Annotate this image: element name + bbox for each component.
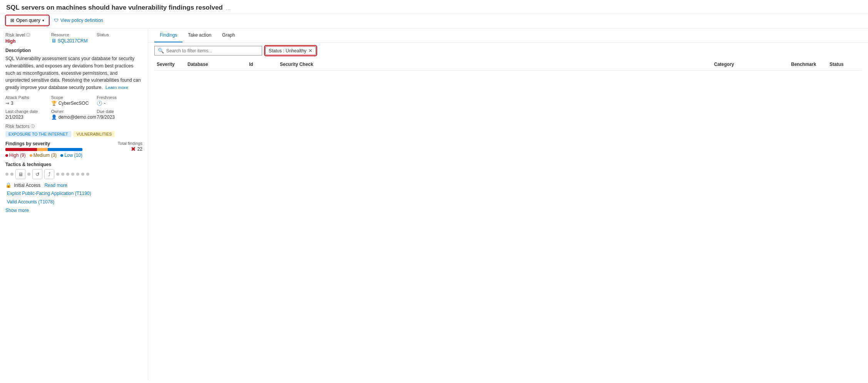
status-filter-badge: Status : Unhealthy ✕ — [265, 46, 316, 55]
tactics-section: Tactics & techniques 🖥 ↺ ⤴ — [5, 162, 142, 179]
open-query-label: Open query — [16, 18, 40, 23]
freshness-label: Freshness — [97, 95, 142, 100]
col-id: Id — [247, 59, 278, 71]
path-icon: ⇝ — [5, 101, 9, 106]
tactic-dot-5 — [61, 173, 64, 176]
description-section: Description SQL Vulnerability assessment… — [5, 48, 142, 91]
scope-label: Scope — [51, 95, 97, 100]
tabs-bar: Findings Take action Graph — [148, 29, 868, 43]
valid-accounts-link[interactable]: Valid Accounts (T1078) — [7, 198, 142, 207]
open-query-icon: ⊞ — [10, 18, 14, 23]
user-icon: 👤 — [51, 114, 57, 120]
findings-toolbar: 🔍 Status : Unhealthy ✕ — [148, 43, 868, 59]
due-date-block: Due date 7/9/2023 — [97, 109, 142, 120]
shield-icon: 🛡 — [54, 18, 59, 23]
severity-legend: High (9) Medium (3) Low (10) — [5, 153, 82, 158]
tactic-dot-10 — [86, 173, 89, 176]
search-input[interactable] — [166, 48, 259, 54]
ia-links: Exploit Public-Facing Application (T1190… — [5, 190, 142, 206]
legend-high: High (9) — [5, 153, 26, 158]
resource-link[interactable]: SQL2017CRM — [58, 38, 88, 44]
freshness-block: Freshness 🕐 - — [97, 95, 142, 106]
computer-icon: 🖥 — [51, 38, 56, 44]
tactic-icon-2: ↺ — [32, 169, 42, 179]
last-change-block: Last change date 2/1/2023 — [5, 109, 51, 120]
tab-findings[interactable]: Findings — [154, 29, 182, 42]
exploit-link[interactable]: Exploit Public-Facing Application (T1190… — [7, 190, 142, 198]
tactic-dot-1 — [5, 173, 8, 176]
description-text: SQL Vulnerability assessment scans your … — [5, 55, 142, 91]
attack-paths-value: ⇝ 3 — [5, 101, 51, 106]
resource-block: Resource 🖥 SQL2017CRM — [51, 32, 97, 44]
tactic-icon-1: 🖥 — [15, 169, 25, 179]
right-panel: Findings Take action Graph 🔍 Status : Un… — [148, 29, 868, 380]
risk-tag-internet: EXPOSURE TO THE INTERNET — [5, 131, 71, 137]
initial-access-section: 🔒 Initial Access Read more Exploit Publi… — [5, 182, 142, 213]
tab-take-action[interactable]: Take action — [182, 29, 217, 42]
page-title: SQL servers on machines should have vuln… — [6, 4, 223, 12]
x-icon: ✖ — [131, 146, 136, 153]
scope-value: 🏆 CyberSecSOC — [51, 101, 97, 106]
title-ellipsis: ... — [226, 5, 231, 11]
read-more-link[interactable]: Read more — [44, 183, 67, 188]
col-security-check: Security Check — [278, 59, 712, 71]
tactic-dot-7 — [71, 173, 74, 176]
col-database: Database — [185, 59, 247, 71]
bar-high — [5, 148, 37, 151]
last-change-value: 2/1/2023 — [5, 114, 51, 120]
resource-label: Resource — [51, 32, 97, 37]
total-findings-value: ✖ 22 — [118, 146, 142, 153]
tactic-dot-4 — [56, 173, 59, 176]
status-filter-text: Status : Unhealthy — [269, 48, 306, 54]
severity-bar — [5, 148, 82, 151]
clock-icon: 🕐 — [97, 101, 102, 106]
main-layout: Risk level ⓘ High Resource 🖥 SQL2017CRM … — [0, 29, 868, 380]
open-query-button[interactable]: ⊞ Open query ▾ — [6, 16, 49, 25]
show-more-link[interactable]: Show more — [5, 208, 29, 213]
description-title: Description — [5, 48, 142, 53]
due-date-value: 7/9/2023 — [97, 114, 142, 120]
risk-level-block: Risk level ⓘ High — [5, 32, 51, 44]
total-findings-block: Total findings ✖ 22 — [118, 141, 142, 153]
table-container: Severity Database Id Security Check Cate… — [148, 59, 868, 380]
low-dot — [60, 154, 63, 157]
high-dot — [5, 154, 8, 157]
status-label: Status — [97, 32, 142, 37]
risk-level-label: Risk level ⓘ — [5, 32, 51, 38]
legend-low: Low (10) — [60, 153, 82, 158]
tactic-dot-8 — [76, 173, 79, 176]
due-date-label: Due date — [97, 109, 142, 114]
tactic-dot-2 — [10, 173, 13, 176]
freshness-value: 🕐 - — [97, 101, 142, 106]
page-title-bar: SQL servers on machines should have vuln… — [0, 0, 868, 13]
resource-value: 🖥 SQL2017CRM — [51, 38, 97, 44]
bar-medium — [37, 148, 48, 151]
search-icon: 🔍 — [158, 48, 164, 54]
medium-dot — [30, 154, 32, 157]
view-policy-button[interactable]: 🛡 View policy definition — [54, 18, 103, 23]
col-severity: Severity — [154, 59, 185, 71]
risk-tags: EXPOSURE TO THE INTERNET VULNERABILITIES — [5, 131, 142, 137]
owner-block: Owner 👤 demo@demo.com — [51, 109, 97, 120]
view-policy-label: View policy definition — [60, 18, 103, 23]
tab-graph[interactable]: Graph — [217, 29, 240, 42]
tactic-icon-3: ⤴ — [44, 169, 54, 179]
scope-block: Scope 🏆 CyberSecSOC — [51, 95, 97, 106]
tactic-dot-9 — [81, 173, 84, 176]
attack-paths-label: Attack Paths — [5, 95, 51, 100]
search-box: 🔍 — [154, 46, 262, 55]
findings-severity-label: Findings by severity — [5, 141, 82, 146]
col-status: Status — [827, 59, 862, 71]
left-panel: Risk level ⓘ High Resource 🖥 SQL2017CRM … — [0, 29, 148, 380]
tactic-dot-6 — [66, 173, 69, 176]
legend-medium: Medium (3) — [30, 153, 57, 158]
tactics-icons: 🖥 ↺ ⤴ — [5, 169, 142, 179]
learn-more-link[interactable]: Learn more — [105, 85, 128, 90]
owner-value: 👤 demo@demo.com — [51, 114, 97, 120]
dates-row: Last change date 2/1/2023 Owner 👤 demo@d… — [5, 109, 142, 120]
close-filter-icon[interactable]: ✕ — [308, 48, 313, 54]
risk-info-icon: ⓘ — [31, 124, 35, 129]
status-block: Status — [97, 32, 142, 44]
findings-severity-header: Findings by severity High (9) M — [5, 141, 142, 158]
col-category: Category — [712, 59, 789, 71]
